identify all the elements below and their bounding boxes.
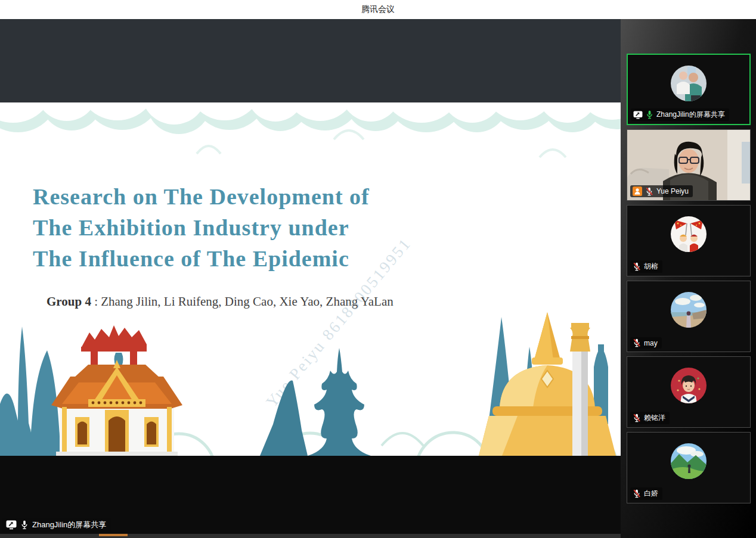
thai-monuments-illustration xyxy=(0,310,621,456)
marble-temple xyxy=(51,360,182,456)
avatar-sky-beach xyxy=(671,292,707,328)
participant-name: 白娇 xyxy=(644,489,658,499)
participant-label: may xyxy=(630,337,662,349)
participant-name: Yue Peiyu xyxy=(656,187,689,195)
mic-on-icon xyxy=(646,110,653,119)
participant-name: 胡榕 xyxy=(644,262,658,272)
participant-label: Yue Peiyu xyxy=(630,185,693,197)
participant-tile-laimingyang[interactable]: 赖铭洋 xyxy=(627,356,751,428)
screen-share-stage: Research on The Development of The Exhib… xyxy=(0,19,621,538)
slide-title: Research on The Development of The Exhib… xyxy=(33,181,370,274)
slide-title-line-1: Research on The Development of xyxy=(33,181,370,212)
slide-title-line-3: The Influence of The Epidemic xyxy=(33,243,370,274)
white-pillar xyxy=(570,323,590,456)
participant-tile-baijiao[interactable]: 白娇 xyxy=(627,432,751,503)
window-title: 腾讯会议 xyxy=(361,4,395,15)
host-badge-icon xyxy=(633,186,642,196)
participant-label: ZhangJilin的屏幕共享 xyxy=(631,108,729,121)
presenter-overlay: ZhangJilin的屏幕共享 xyxy=(2,518,111,532)
participant-name: may xyxy=(644,339,658,347)
slide-title-line-2: The Exhibition Industry under xyxy=(33,212,370,243)
participant-tile-hurong[interactable]: 胡榕 xyxy=(627,205,751,276)
mic-muted-icon xyxy=(633,413,641,422)
participant-label: 白娇 xyxy=(630,487,662,500)
microphone-icon xyxy=(20,520,29,530)
presenter-overlay-text: ZhangJilin的屏幕共享 xyxy=(32,520,106,530)
presentation-slide: Research on The Development of The Exhib… xyxy=(0,102,621,456)
avatar-kids-china-flags xyxy=(671,216,707,252)
participant-name: ZhangJilin的屏幕共享 xyxy=(656,110,725,120)
participant-tile-zhangjilin[interactable]: ZhangJilin的屏幕共享 xyxy=(627,54,751,125)
participant-label: 胡榕 xyxy=(630,260,662,273)
avatar-man-holding-baby xyxy=(671,66,707,101)
letterbox-top xyxy=(0,19,621,102)
left-spires xyxy=(0,326,67,456)
participant-tile-may[interactable]: may xyxy=(627,281,751,352)
mic-muted-icon xyxy=(633,262,641,271)
orange-indicator xyxy=(99,534,128,536)
mic-muted-icon xyxy=(633,338,641,347)
cloud-decoration-top xyxy=(0,102,621,168)
mic-muted-icon xyxy=(633,489,641,498)
bottom-edge-strip xyxy=(0,534,621,538)
mic-muted-icon xyxy=(645,187,653,196)
group-prefix: Group 4 xyxy=(47,294,91,309)
participant-label: 赖铭洋 xyxy=(630,412,670,424)
avatar-mountain-landscape xyxy=(671,443,707,479)
participants-sidebar: ZhangJilin的屏幕共享 xyxy=(621,19,756,538)
avatar-cartoon-girl-red xyxy=(671,368,707,403)
window-titlebar: 腾讯会议 xyxy=(0,0,756,19)
screen-share-icon xyxy=(633,111,643,119)
participant-tile-yuepeiyu[interactable]: Yue Peiyu xyxy=(627,129,751,201)
screen-share-icon xyxy=(6,520,17,530)
participant-name: 赖铭洋 xyxy=(644,413,665,423)
